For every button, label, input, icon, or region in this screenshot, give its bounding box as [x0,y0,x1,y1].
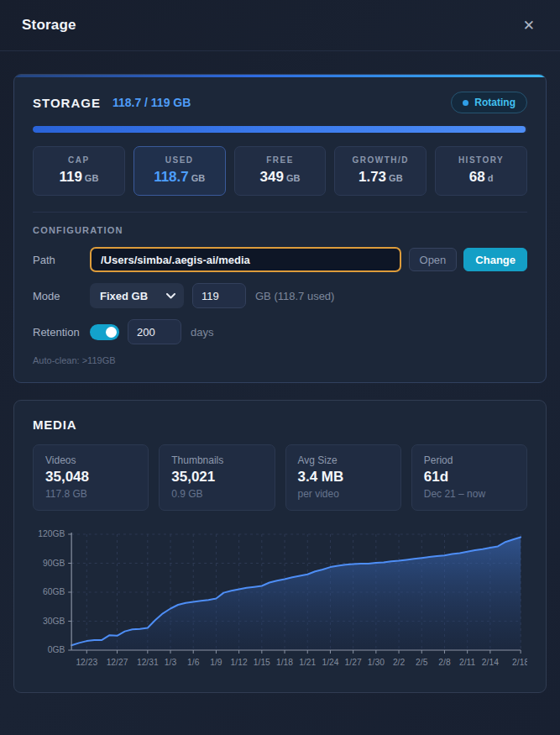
stat-value: 1.73GB [340,169,421,186]
retention-label: Retention [33,326,90,339]
storage-card-head: STORAGE 118.7 / 119 GB Rotating [33,92,527,113]
area-chart: 0GB30GB60GB90GB120GB12/2312/2712/311/31/… [33,526,527,675]
retention-unit-label: days [191,326,213,339]
storage-progress-fill [33,126,526,133]
mode-select[interactable]: Fixed GB [90,283,184,308]
mode-select-value: Fixed GB [100,290,148,302]
mode-limit-input[interactable] [192,283,246,308]
media-stat-sub: 0.9 GB [171,488,262,500]
media-stat-value: 3.4 MB [298,469,389,486]
svg-text:1/3: 1/3 [165,658,177,667]
media-stat-value: 61d [424,469,515,486]
stat-unit: GB [191,173,206,183]
storage-usage-summary: 118.7 / 119 GB [113,96,191,109]
mode-label: Mode [33,290,90,302]
stat-label: GROWTH/D [340,155,421,165]
stat-label: USED [139,155,220,165]
retention-row: Retention days [33,319,527,344]
svg-text:1/18: 1/18 [276,658,293,667]
media-stat-label: Avg Size [298,454,389,466]
svg-text:1/27: 1/27 [345,658,362,667]
media-box-avg-size: Avg Size 3.4 MB per video [285,444,401,511]
stat-value: 119GB [39,169,119,186]
stat-value-number: 349 [260,169,284,185]
mode-hint: GB (118.7 used) [255,290,334,302]
storage-card: STORAGE 118.7 / 119 GB Rotating CAP 119G… [13,74,547,383]
page-title: Storage [22,17,76,34]
open-button[interactable]: Open [409,248,458,271]
svg-text:30GB: 30GB [43,617,65,626]
stat-unit: d [488,173,494,183]
svg-text:12/27: 12/27 [107,658,128,667]
close-button[interactable]: ✕ [520,15,538,36]
media-stat-label: Period [424,454,515,466]
svg-text:12/23: 12/23 [76,658,97,667]
stat-box-cap: CAP 119GB [33,146,125,196]
media-stat-label: Videos [45,454,136,466]
path-label: Path [33,254,90,266]
retention-days-input[interactable] [128,319,181,344]
media-card: MEDIA Videos 35,048 117.8 GB Thumbnails … [13,400,547,693]
media-stats-row: Videos 35,048 117.8 GB Thumbnails 35,021… [33,444,527,511]
auto-clean-note: Auto-clean: >119GB [33,355,527,365]
stat-value-number: 68 [469,169,485,185]
stat-unit: GB [85,173,99,183]
stat-box-used: USED 118.7GB [133,146,226,196]
svg-text:12/31: 12/31 [137,658,159,667]
svg-text:1/6: 1/6 [187,658,200,667]
svg-text:2/8: 2/8 [438,658,451,667]
stat-value-number: 119 [59,169,81,185]
stat-value-number: 1.73 [359,169,386,185]
storage-card-title: STORAGE [33,96,101,110]
divider [33,212,527,213]
svg-text:1/15: 1/15 [254,658,270,667]
media-stat-label: Thumbnails [171,454,262,466]
stat-label: FREE [240,155,321,165]
configuration-section-label: CONFIGURATION [33,225,527,235]
svg-text:2/11: 2/11 [459,658,475,667]
change-button[interactable]: Change [463,248,527,271]
stat-value: 118.7GB [139,169,220,186]
retention-toggle[interactable] [90,324,119,340]
media-box-videos: Videos 35,048 117.8 GB [33,444,149,511]
stat-label: CAP [39,155,119,165]
modal-header: Storage ✕ [0,0,560,51]
stat-value-number: 118.7 [154,169,189,185]
svg-text:0GB: 0GB [48,645,65,654]
media-stat-sub: per video [298,488,389,500]
media-box-period: Period 61d Dec 21 – now [411,444,527,511]
storage-stats-row: CAP 119GB USED 118.7GB FREE 349GB GROWTH… [33,146,527,196]
media-stat-sub: Dec 21 – now [424,488,515,500]
svg-text:1/24: 1/24 [322,658,338,667]
close-icon: ✕ [523,18,535,34]
media-stat-value: 35,048 [45,469,136,486]
svg-text:2/5: 2/5 [416,658,428,667]
media-stat-value: 35,021 [171,469,262,486]
svg-text:2/18: 2/18 [512,658,527,667]
svg-text:2/14: 2/14 [482,658,499,667]
svg-text:120GB: 120GB [38,529,65,538]
svg-text:90GB: 90GB [43,559,65,568]
chevron-down-icon [166,293,175,299]
stat-label: HISTORY [441,155,521,165]
stat-value: 68d [441,169,521,186]
svg-text:1/9: 1/9 [210,658,222,667]
stat-value: 349GB [240,169,321,186]
stat-box-growth: GROWTH/D 1.73GB [334,146,427,196]
media-stat-sub: 117.8 GB [45,488,136,500]
svg-text:2/2: 2/2 [393,658,406,667]
storage-growth-chart: 0GB30GB60GB90GB120GB12/2312/2712/311/31/… [33,526,527,675]
path-input[interactable] [90,247,401,272]
mode-row: Mode Fixed GB GB (118.7 used) [33,283,527,308]
badge-label: Rotating [474,97,516,108]
storage-progress-bar [33,126,527,133]
stat-box-history: HISTORY 68d [435,146,527,196]
svg-text:1/30: 1/30 [368,658,385,667]
path-row: Path Open Change [33,247,527,272]
toggle-knob [106,327,117,338]
media-box-thumbnails: Thumbnails 35,021 0.9 GB [159,444,275,511]
status-dot-icon [463,100,468,106]
stat-box-free: FREE 349GB [234,146,327,196]
stat-unit: GB [286,173,301,183]
svg-text:1/21: 1/21 [299,658,316,667]
